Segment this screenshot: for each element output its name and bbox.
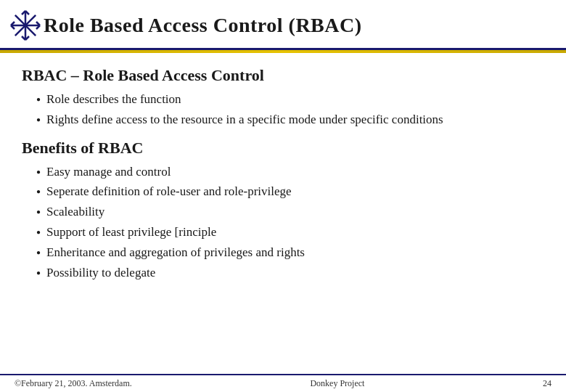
slide-title: Role Based Access Control (RBAC): [44, 14, 362, 37]
benefits-bullet-list: Easy manage and control Seperate definit…: [22, 163, 544, 282]
list-item: Scaleability: [36, 203, 544, 221]
list-item: Seperate definition of role-user and rol…: [36, 183, 544, 200]
list-item: Possibility to delegate: [36, 264, 544, 282]
footer-page-number: 24: [543, 378, 551, 389]
slide-footer: ©February 21, 2003. Amsterdam. Donkey Pr…: [0, 374, 566, 392]
benefits-section: Benefits of RBAC Easy manage and control…: [22, 139, 544, 282]
bullet-text: Seperate definition of role-user and rol…: [46, 183, 292, 200]
rbac-section: RBAC – Role Based Access Control Role de…: [22, 66, 544, 128]
bullet-text: Rights define access to the resource in …: [46, 111, 443, 128]
list-item: Rights define access to the resource in …: [36, 111, 544, 128]
list-item: Role describes the function: [36, 91, 544, 108]
benefits-title: Benefits of RBAC: [22, 139, 544, 158]
bullet-text: Role describes the function: [46, 91, 181, 108]
bullet-text: Support of least privilege [rinciple: [46, 224, 216, 241]
bullet-text: Possibility to delegate: [46, 264, 155, 282]
bullet-text: Enheritance and aggregation of privilege…: [46, 244, 305, 261]
slide-content: RBAC – Role Based Access Control Role de…: [0, 53, 566, 298]
rbac-title: RBAC – Role Based Access Control: [22, 66, 544, 85]
logo-icon: [7, 7, 44, 44]
slide-header: Role Based Access Control (RBAC): [0, 0, 566, 50]
rbac-bullet-list: Role describes the function Rights defin…: [22, 91, 544, 128]
bullet-text: Easy manage and control: [46, 163, 171, 181]
footer-center: Donkey Project: [310, 378, 364, 389]
list-item: Easy manage and control: [36, 163, 544, 181]
bullet-text: Scaleability: [46, 203, 104, 221]
list-item: Enheritance and aggregation of privilege…: [36, 244, 544, 261]
footer-left: ©February 21, 2003. Amsterdam.: [15, 378, 132, 389]
list-item: Support of least privilege [rinciple: [36, 224, 544, 241]
